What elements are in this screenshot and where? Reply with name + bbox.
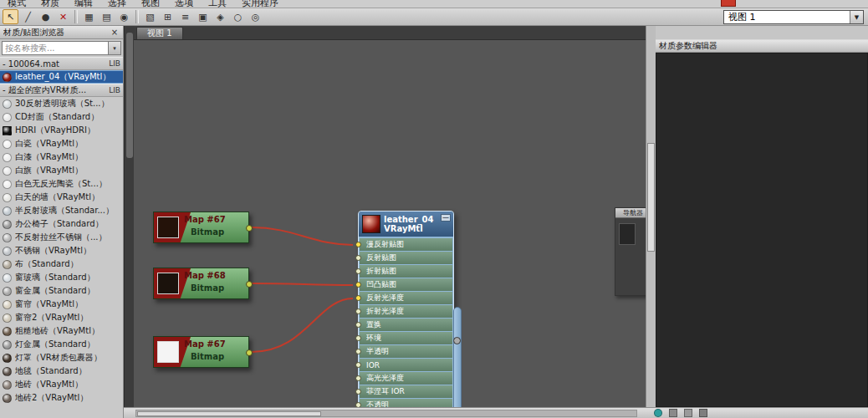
input-socket[interactable] [355,349,361,354]
menu-item[interactable]: 工具 [201,0,234,8]
material-slot[interactable]: 反射光泽度 [360,292,452,304]
chevron-down-icon[interactable]: ▼ [850,11,863,23]
toolbar-separator[interactable] [135,10,139,23]
pick-material-button[interactable]: ╱ [20,9,36,24]
input-socket[interactable] [355,375,361,381]
input-socket[interactable] [355,362,361,368]
material-slot[interactable]: 不透明 [360,399,452,407]
browser-row[interactable]: 30反射透明玻璃（St...） [0,97,123,110]
browser-row[interactable]: HDRI（VRayHDRI） [0,124,123,137]
params-header[interactable]: 材质参数编辑器 [656,39,868,53]
select-tool-button[interactable]: ↖ [3,9,18,24]
navigator-body[interactable] [615,218,646,295]
material-node-scrollbar[interactable] [453,307,462,407]
browser-header[interactable]: 材质/贴图浏览器 × [0,26,123,39]
status-grid-icon[interactable] [684,409,692,417]
material-slot[interactable]: 半透明 [360,345,452,358]
material-slot[interactable]: 环境 [360,332,452,344]
browser-scrollbar[interactable] [124,26,134,418]
input-socket[interactable] [355,308,361,314]
material-slot[interactable]: 置换 [360,319,452,331]
parameter-editor-toggle-button[interactable]: ◈ [212,9,228,24]
menu-item[interactable]: 材质 [33,0,67,8]
node-canvas[interactable]: Map #67 Bitmap Map #68 Bitmap [134,40,646,407]
input-socket[interactable] [355,389,361,395]
show-shaded-material-button[interactable]: ◉ [116,9,132,24]
browser-row[interactable]: - 100064.mat LIB [0,57,123,70]
material-slot[interactable]: 漫反射贴图 [360,238,452,251]
material-slot[interactable]: 高光光泽度 [360,372,452,385]
browser-row[interactable]: 不锈钢（VRayMtl） [0,244,123,257]
browser-row[interactable]: 白旗（VRayMtl） [0,164,123,177]
browser-row[interactable]: 办公椅子（Standard） [0,217,123,231]
browser-row[interactable]: 地砖（VRayMtl） [0,378,123,391]
browser-row[interactable]: 白瓷（VRayMtl） [0,137,123,150]
browser-scrollbar-thumb[interactable] [126,33,133,158]
material-output-socket[interactable] [453,337,461,344]
material-browser-toggle-button[interactable]: ▣ [195,9,211,24]
browser-row[interactable]: 白色无反光陶瓷（St...） [0,177,123,191]
output-socket[interactable] [246,281,253,288]
hide-unused-nodeslots-button[interactable]: ▤ [99,9,115,24]
horizontal-scrollbar[interactable] [135,410,637,417]
input-socket[interactable] [355,282,361,288]
layout-all-button[interactable]: ⊞ [160,9,176,24]
output-socket[interactable] [246,225,253,232]
input-socket[interactable] [355,255,361,261]
material-slot[interactable]: 折射贴图 [360,265,452,278]
material-node[interactable]: leather_04 VRayMtl — 漫反射贴图 反射贴 [358,211,454,407]
menu-item[interactable]: 选择 [100,0,134,8]
tab-view1[interactable]: 视图 1 [136,27,183,39]
browser-row[interactable]: 灯金属（Standard） [0,338,123,351]
bitmap-node[interactable]: Map #67 Bitmap [153,336,249,368]
status-snap-icon[interactable] [699,409,707,417]
select-by-material-button[interactable]: ○ [230,9,246,24]
menu-item[interactable]: 模式 [0,0,33,8]
nodeview-vscroll-thumb[interactable] [647,143,655,252]
browser-row[interactable]: - 超全的室内VR材质... LIB [0,84,123,97]
menu-item[interactable]: 选项 [167,0,201,8]
delete-selected-button[interactable]: ✕ [55,9,71,24]
browser-row[interactable]: leather_04（VRayMtl） [0,70,123,84]
browser-row[interactable]: 窗玻璃（Standard） [0,271,123,284]
browser-row[interactable]: 灯罩（VR材质包裹器） [0,351,123,364]
close-icon[interactable]: × [110,28,120,38]
assign-material-button[interactable]: ● [38,9,54,24]
browser-row[interactable]: 地毯（Standard） [0,364,123,378]
move-children-button[interactable]: ▦ [81,9,97,24]
browser-row[interactable]: 布（Standard） [0,257,123,271]
search-options-button[interactable]: ▾ [109,41,121,55]
menu-item[interactable]: 编辑 [67,0,100,8]
material-node-header[interactable]: leather_04 VRayMtl — [359,212,453,237]
material-slot[interactable]: IOR [360,359,452,371]
browser-row[interactable]: 白天的墙（VRayMtl） [0,191,123,204]
toolbar-separator[interactable] [74,10,78,23]
menu-item[interactable]: 实用程序 [234,0,286,8]
output-socket[interactable] [246,349,253,356]
status-lock-icon[interactable] [669,409,677,417]
navigator-panel[interactable]: 导航器 [615,207,646,296]
show-background-button[interactable]: ▧ [142,9,158,24]
search-input[interactable] [2,41,109,55]
browser-row[interactable]: 窗金属（Standard） [0,284,123,298]
browser-row[interactable]: 半反射玻璃（Standar...） [0,204,123,217]
nodeview-vertical-scrollbar[interactable] [646,26,656,407]
collapse-icon[interactable]: — [441,214,451,222]
browser-row[interactable]: 窗帘（VRayMtl） [0,298,123,311]
status-help-icon[interactable] [654,409,662,417]
browser-row[interactable]: 粗糙地砖（VRayMtl） [0,324,123,338]
input-socket[interactable] [355,295,361,301]
browser-row[interactable]: 不反射拉丝不锈钢（...） [0,231,123,244]
bitmap-node[interactable]: Map #68 Bitmap [153,268,249,299]
active-view-combobox[interactable]: 视图 1 ▼ [723,10,864,24]
browser-row[interactable]: 白漆（VRayMtl） [0,150,123,164]
horizontal-scrollbar-thumb[interactable] [137,411,321,416]
material-slot[interactable]: 菲涅耳 IOR [360,385,452,398]
zoom-extents-button[interactable]: ◎ [248,9,263,24]
bitmap-node[interactable]: Map #67 Bitmap [153,212,249,243]
browser-row[interactable]: 窗帘2（VRayMtl） [0,311,123,324]
input-socket[interactable] [355,335,361,341]
material-slot[interactable]: 折射光泽度 [360,305,452,318]
material-slot[interactable]: 反射贴图 [360,252,452,264]
input-socket[interactable] [355,322,361,328]
